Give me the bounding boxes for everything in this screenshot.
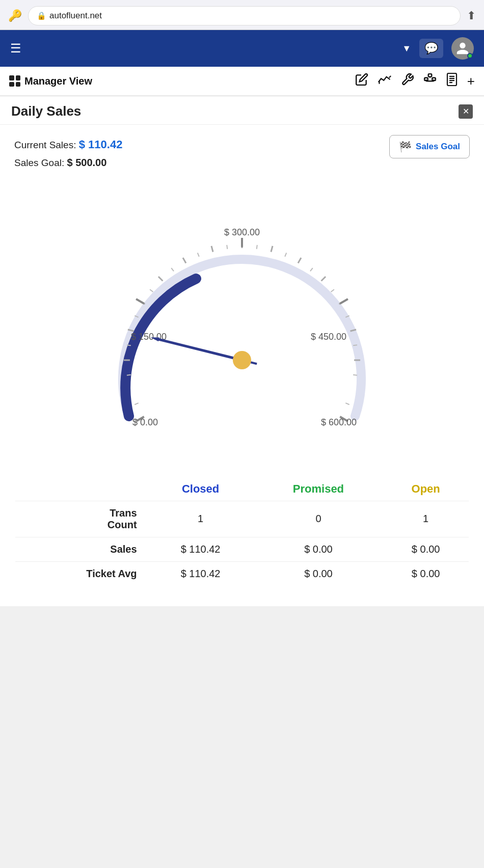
svg-line-44 <box>331 289 334 292</box>
svg-line-38 <box>171 268 174 271</box>
svg-line-35 <box>127 345 131 345</box>
gauge-label-450: $ 450.00 <box>311 332 346 342</box>
close-button[interactable]: ✕ <box>459 104 473 119</box>
svg-line-18 <box>158 277 163 281</box>
card-title: Daily Sales <box>11 103 81 119</box>
lock-icon: 🔒 <box>37 11 46 20</box>
online-dot <box>467 53 473 59</box>
stats-table: Closed Promised Open TransCount 1 0 1 Sa… <box>15 477 469 586</box>
svg-line-42 <box>285 253 286 256</box>
browser-chrome: 🔑 🔒 autofluent.net ⬆ <box>0 0 484 30</box>
sales-text-block: Current Sales: $ 110.42 Sales Goal: $ 50… <box>14 135 122 172</box>
gauge-svg: $ 300.00 $ 150.00 $ 450.00 $ 0.00 $ 600.… <box>89 187 395 452</box>
svg-line-43 <box>310 268 313 271</box>
toolbar: Manager View <box>0 67 484 96</box>
flag-icon: 🏁 <box>399 141 412 153</box>
sales-goal-button-label: Sales Goal <box>416 142 460 152</box>
svg-rect-10 <box>447 73 456 86</box>
svg-line-49 <box>158 339 242 360</box>
sales-goal-label: Sales Goal: <box>14 157 64 168</box>
table-row: TransCount 1 0 1 <box>15 501 469 537</box>
chat-icon[interactable]: 💬 <box>419 39 443 58</box>
share-icon[interactable]: ⬆ <box>467 9 476 22</box>
svg-line-29 <box>136 299 144 304</box>
svg-line-41 <box>257 245 257 249</box>
add-icon[interactable]: + <box>467 73 475 89</box>
sales-goal-button[interactable]: 🏁 Sales Goal <box>389 135 470 158</box>
gauge-container: $ 300.00 $ 150.00 $ 450.00 $ 0.00 $ 600.… <box>0 177 484 467</box>
svg-line-39 <box>198 253 199 256</box>
gauge-center-circle <box>233 351 251 369</box>
row-label-trans-count: TransCount <box>15 501 147 537</box>
hamburger-icon[interactable]: ☰ <box>10 41 21 56</box>
daily-sales-card: Daily Sales ✕ Current Sales: $ 110.42 Sa… <box>0 96 484 606</box>
svg-line-24 <box>321 277 326 281</box>
gauge-label-600: $ 600.00 <box>321 417 357 427</box>
svg-line-31 <box>340 299 348 304</box>
gauge-label-300: $ 300.00 <box>224 227 260 237</box>
avatar-wrap[interactable] <box>451 37 474 60</box>
stats-section: Closed Promised Open TransCount 1 0 1 Sa… <box>0 467 484 606</box>
receipt-icon[interactable] <box>446 73 458 89</box>
org-chart-icon[interactable] <box>423 73 437 89</box>
row-label-sales: Sales <box>15 537 147 561</box>
cell-open-sales: $ 0.00 <box>383 537 469 561</box>
svg-line-23 <box>298 258 301 263</box>
gauge-label-0: $ 0.00 <box>132 417 158 427</box>
svg-line-37 <box>150 289 153 292</box>
top-nav: ☰ ▼ 💬 <box>0 30 484 67</box>
cell-promised-trans: 0 <box>254 501 383 537</box>
cell-open-ticket: $ 0.00 <box>383 561 469 586</box>
cell-closed-sales: $ 110.42 <box>147 537 254 561</box>
gauge-ticks <box>124 238 360 421</box>
cell-promised-sales: $ 0.00 <box>254 537 383 561</box>
table-row: Sales $ 110.42 $ 0.00 $ 0.00 <box>15 537 469 561</box>
header-promised: Promised <box>254 477 383 501</box>
key-icon: 🔑 <box>8 9 22 22</box>
cell-closed-ticket: $ 110.42 <box>147 561 254 586</box>
sales-goal-amount: $ 500.00 <box>67 157 107 168</box>
header-closed: Closed <box>147 477 254 501</box>
dropdown-arrow-icon[interactable]: ▼ <box>402 43 411 54</box>
svg-line-1 <box>389 76 391 78</box>
svg-line-46 <box>353 345 357 345</box>
svg-line-34 <box>127 374 131 375</box>
wrench-icon[interactable] <box>401 73 414 89</box>
svg-line-20 <box>211 246 213 252</box>
table-row: Ticket Avg $ 110.42 $ 0.00 $ 0.00 <box>15 561 469 586</box>
toolbar-title-text: Manager View <box>24 75 92 87</box>
edit-icon[interactable] <box>355 73 368 89</box>
card-header: Daily Sales ✕ <box>0 96 484 125</box>
cell-closed-trans: 1 <box>147 501 254 537</box>
svg-line-19 <box>183 258 186 263</box>
svg-line-47 <box>353 374 357 375</box>
url-bar[interactable]: 🔒 autofluent.net <box>28 6 461 25</box>
svg-line-22 <box>271 246 273 252</box>
analytics-icon[interactable] <box>378 73 392 89</box>
url-text: autofluent.net <box>49 11 102 21</box>
cell-open-trans: 1 <box>383 501 469 537</box>
sales-goal-line: Sales Goal: $ 500.00 <box>14 154 122 171</box>
svg-rect-4 <box>428 74 432 76</box>
current-sales-label: Current Sales: <box>14 140 76 150</box>
current-sales-line: Current Sales: $ 110.42 <box>14 135 122 154</box>
current-sales-amount: $ 110.42 <box>79 138 123 151</box>
toolbar-icons: + <box>355 73 475 89</box>
grid-icon <box>9 75 20 87</box>
svg-line-33 <box>135 403 138 404</box>
svg-line-40 <box>227 245 227 249</box>
svg-line-48 <box>345 403 349 404</box>
header-open: Open <box>383 477 469 501</box>
cell-promised-ticket: $ 0.00 <box>254 561 383 586</box>
row-label-ticket-avg: Ticket Avg <box>15 561 147 586</box>
sales-info: Current Sales: $ 110.42 Sales Goal: $ 50… <box>0 125 484 177</box>
toolbar-title: Manager View <box>9 75 92 87</box>
